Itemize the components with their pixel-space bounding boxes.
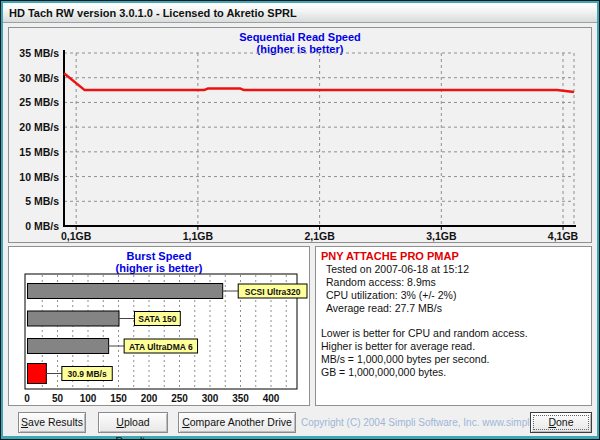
svg-text:25 MB/s: 25 MB/s [19,96,59,108]
sequential-read-panel: Sequential Read Speed(higher is better)0… [8,27,592,243]
copyright-text: Copyright (C) 2004 Simpli Software, Inc.… [301,412,527,433]
compare-another-drive-button[interactable]: Compare Another Drive [178,412,296,433]
window-frame: HD Tach RW version 3.0.1.0 - Licensed to… [1,1,599,439]
svg-text:100: 100 [80,393,97,404]
svg-text:300: 300 [202,393,219,404]
svg-text:20 MB/s: 20 MB/s [19,121,59,133]
save-results-button[interactable]: Save Results [18,412,86,433]
svg-text:30.9 MB/s: 30.9 MB/s [67,369,106,379]
svg-text:0,1GB: 0,1GB [61,230,92,242]
svg-text:0 MB/s: 0 MB/s [25,220,59,232]
average-read-line: Average read: 27.7 MB/s [321,302,586,315]
svg-text:400: 400 [263,393,280,404]
drive-info-panel: PNY ATTACHE PRO PMAP Tested on 2007-06-1… [315,246,592,406]
done-button[interactable]: Done [530,412,592,433]
drive-name: PNY ATTACHE PRO PMAP [321,250,586,263]
svg-text:(higher is better): (higher is better) [116,262,203,274]
upload-results-button[interactable]: Upload Results [98,412,168,433]
svg-text:0: 0 [24,393,30,404]
svg-text:35 MB/s: 35 MB/s [19,47,59,59]
svg-text:150: 150 [110,393,127,404]
svg-text:SCSI Ultra320: SCSI Ultra320 [245,287,301,297]
svg-text:350: 350 [232,393,249,404]
hd-tach-window: HD Tach RW version 3.0.1.0 - Licensed to… [0,0,600,440]
svg-text:50: 50 [52,393,64,404]
random-access-line: Random access: 8.9ms [321,276,586,289]
burst-speed-panel: Burst Speed(higher is better)05010015020… [8,246,310,406]
note-line: GB = 1,000,000,000 bytes. [321,366,586,379]
svg-text:SATA 150: SATA 150 [138,314,176,324]
svg-text:15 MB/s: 15 MB/s [19,146,59,158]
note-line: Higher is better for average read. [321,340,586,353]
window-title: HD Tach RW version 3.0.1.0 - Licensed to… [3,3,597,23]
svg-text:3,1GB: 3,1GB [426,230,457,242]
tested-on-line: Tested on 2007-06-18 at 15:12 [321,263,586,276]
sequential-read-chart: Sequential Read Speed(higher is better)0… [9,28,591,242]
svg-text:Sequential Read Speed: Sequential Read Speed [239,31,361,43]
burst-speed-chart: Burst Speed(higher is better)05010015020… [9,247,309,405]
svg-text:200: 200 [141,393,158,404]
svg-text:2,1GB: 2,1GB [304,230,335,242]
svg-text:250: 250 [171,393,188,404]
svg-text:30 MB/s: 30 MB/s [19,72,59,84]
svg-text:10 MB/s: 10 MB/s [19,171,59,183]
svg-text:4,1GB: 4,1GB [548,230,579,242]
note-line: Lower is better for CPU and random acces… [321,327,586,340]
titlebar[interactable]: HD Tach RW version 3.0.1.0 - Licensed to… [3,3,597,23]
cpu-utilization-line: CPU utilization: 3% (+/- 2%) [321,289,586,302]
note-line: MB/s = 1,000,000 bytes per second. [321,353,586,366]
svg-text:Burst Speed: Burst Speed [127,250,192,262]
svg-text:ATA UltraDMA 6: ATA UltraDMA 6 [129,342,193,352]
dialog-client-area: Sequential Read Speed(higher is better)0… [3,23,597,436]
svg-text:5 MB/s: 5 MB/s [25,195,59,207]
svg-text:1,1GB: 1,1GB [183,230,214,242]
